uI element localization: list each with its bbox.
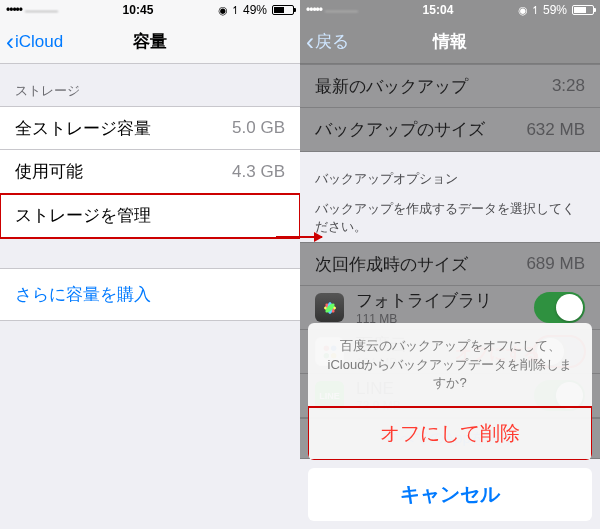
battery-icon xyxy=(572,5,594,15)
row-value: 4.3 GB xyxy=(232,162,285,182)
section-note: バックアップを作成するデータを選択してください。 xyxy=(300,194,600,242)
chevron-left-icon: ‹ xyxy=(6,30,14,54)
back-button[interactable]: ‹ iCloud xyxy=(6,30,63,54)
battery-percent: 49% xyxy=(243,3,267,17)
sheet-message: 百度云のバックアップをオフにして、iCloudからバックアップデータを削除します… xyxy=(308,323,592,407)
signal-dots-icon: ••••• xyxy=(6,3,22,17)
row-total-storage: 全ストレージ容量 5.0 GB xyxy=(0,106,300,150)
row-label: 次回作成時のサイズ xyxy=(315,253,526,276)
row-backup-size: バックアップのサイズ 632 MB xyxy=(300,108,600,152)
section-header-storage: ストレージ xyxy=(0,64,300,106)
nav-bar: ‹ 戻る 情報 xyxy=(300,20,600,64)
row-next-backup-size: 次回作成時のサイズ 689 MB xyxy=(300,242,600,286)
buy-more-storage-link[interactable]: さらに容量を購入 xyxy=(0,268,300,321)
location-icon: ◉ ↿ xyxy=(218,4,240,17)
row-available: 使用可能 4.3 GB xyxy=(0,150,300,194)
row-value: 5.0 GB xyxy=(232,118,285,138)
row-label: ストレージを管理 xyxy=(15,204,285,227)
row-label: 最新のバックアップ xyxy=(315,75,552,98)
back-button[interactable]: ‹ 戻る xyxy=(306,30,349,54)
chevron-left-icon: ‹ xyxy=(306,30,314,54)
carrier-label: ——— xyxy=(325,4,358,16)
back-label: iCloud xyxy=(15,32,63,52)
row-label: バックアップのサイズ xyxy=(315,118,526,141)
row-value: 632 MB xyxy=(526,120,585,140)
carrier-label: ——— xyxy=(25,4,58,16)
action-sheet: 百度云のバックアップをオフにして、iCloudからバックアップデータを削除します… xyxy=(308,323,592,521)
page-title: 容量 xyxy=(133,30,167,53)
row-label: 使用可能 xyxy=(15,160,232,183)
battery-percent: 59% xyxy=(543,3,567,17)
status-time: 15:04 xyxy=(423,3,454,17)
row-label: 全ストレージ容量 xyxy=(15,117,232,140)
status-time: 10:45 xyxy=(123,3,154,17)
row-value: 3:28 xyxy=(552,76,585,96)
location-icon: ◉ ↿ xyxy=(518,4,540,17)
annotation-arrow-icon xyxy=(276,236,322,238)
row-last-backup: 最新のバックアップ 3:28 xyxy=(300,64,600,108)
page-title: 情報 xyxy=(433,30,467,53)
toggle-photo-library[interactable] xyxy=(534,292,585,323)
row-manage-storage[interactable]: ストレージを管理 xyxy=(0,194,300,238)
status-bar: ••••• ——— 15:04 ◉ ↿ 59% xyxy=(300,0,600,20)
signal-dots-icon: ••••• xyxy=(306,3,322,17)
sheet-cancel-button[interactable]: キャンセル xyxy=(308,468,592,521)
screen-backup-info: ••••• ——— 15:04 ◉ ↿ 59% ‹ 戻る 情報 最新のバックアッ… xyxy=(300,0,600,529)
photo-library-icon xyxy=(315,293,344,322)
status-bar: ••••• ——— 10:45 ◉ ↿ 49% xyxy=(0,0,300,20)
sheet-turn-off-delete-button[interactable]: オフにして削除 xyxy=(308,407,592,460)
back-label: 戻る xyxy=(315,30,349,53)
battery-icon xyxy=(272,5,294,15)
app-name: フォトライブラリ xyxy=(356,289,492,312)
nav-bar: ‹ iCloud 容量 xyxy=(0,20,300,64)
section-header-options: バックアップオプション xyxy=(300,152,600,194)
row-value: 689 MB xyxy=(526,254,585,274)
screen-storage: ••••• ——— 10:45 ◉ ↿ 49% ‹ iCloud 容量 ストレー… xyxy=(0,0,300,529)
